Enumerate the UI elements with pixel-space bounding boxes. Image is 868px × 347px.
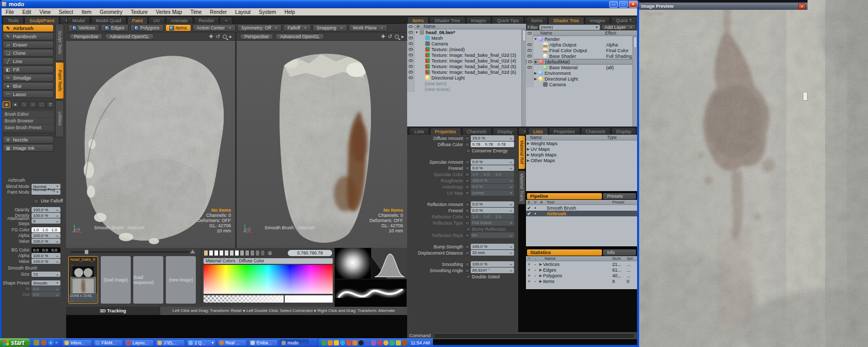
pan-icon[interactable]: ✚: [209, 34, 213, 39]
viewport-right[interactable]: Perspective Advanced OpenGL ✚ ↺ ▸ Smooth…: [237, 33, 407, 248]
thumbnail-size-slider[interactable]: [70, 251, 189, 253]
tray-icon[interactable]: [340, 340, 345, 345]
bg-value-field[interactable]: 100.0 %: [32, 259, 60, 264]
preview-scrollbar-thumb[interactable]: [803, 92, 808, 101]
quick-launch-icon-2[interactable]: [41, 340, 47, 345]
start-button[interactable]: start: [0, 338, 30, 347]
tab-utilities[interactable]: Utilities: [55, 100, 64, 137]
taskbar-task-inbox[interactable]: Inbox...: [63, 339, 92, 346]
channel-toggle[interactable]: [465, 233, 470, 238]
image-ink-button[interactable]: ▦Image Ink: [3, 144, 54, 152]
quick-launch-icon-1[interactable]: [34, 340, 39, 345]
new-item-row[interactable]: (new item): [407, 81, 526, 86]
specular-color-field[interactable]: 1.0 1.0 1.0: [471, 171, 514, 177]
tray-icon[interactable]: [352, 340, 358, 345]
load-image-cell[interactable]: (load image): [101, 256, 131, 304]
tray-icon[interactable]: [383, 340, 389, 345]
brush-browser-link[interactable]: Brush Browser: [3, 118, 54, 124]
swatch[interactable]: [250, 250, 255, 256]
fill-tool-button[interactable]: ◧Fill: [3, 66, 54, 73]
rotate-icon[interactable]: ↺: [216, 34, 220, 39]
attenuation-steps-field[interactable]: 0: [32, 218, 60, 224]
shader-scrollbar[interactable]: [632, 36, 637, 127]
remove-button[interactable]: -: [532, 273, 538, 278]
channel-toggle[interactable]: [465, 269, 470, 273]
tray-icon[interactable]: [346, 340, 351, 345]
projection-button[interactable]: Perspective: [69, 34, 103, 40]
tab-properties[interactable]: Properties: [430, 128, 461, 135]
tab-lists-2[interactable]: Lists: [528, 128, 548, 135]
collapse-triangle-icon[interactable]: ▼: [533, 37, 538, 41]
falloff-dropdown[interactable]: Falloff▼: [283, 24, 311, 31]
paint-mode-select[interactable]: Normal Proj ...▼: [32, 190, 60, 195]
viewport-menu-arrow-icon[interactable]: ▸: [401, 34, 404, 39]
tab-model-quad[interactable]: Model Quad: [91, 17, 127, 24]
tab-animate[interactable]: Animate: [166, 17, 193, 24]
channel-toggle[interactable]: [465, 221, 470, 225]
airbrush-tool-button[interactable]: ✎Airbrush: [3, 24, 54, 32]
pipeline-row[interactable]: ✔ • Smooth Brush: [526, 205, 637, 211]
close-button[interactable]: ×: [629, 1, 638, 8]
taskbar-task-modo[interactable]: modo: [280, 339, 309, 346]
viewport-menu-arrow-icon[interactable]: ▸: [229, 34, 232, 39]
pipeline-header[interactable]: Pipeline: [527, 193, 602, 199]
zoom-icon[interactable]: [223, 35, 227, 39]
tray-icon[interactable]: [396, 340, 401, 345]
reflection-rays-field[interactable]: 64: [471, 232, 514, 238]
eraser-tool-button[interactable]: ▱Eraser: [3, 41, 54, 49]
collapse-triangle-icon[interactable]: ▶: [538, 274, 543, 278]
shader-row-selected[interactable]: ▶(defaultMat): [526, 59, 637, 65]
shader-row[interactable]: Camera: [526, 82, 637, 87]
statistics-row[interactable]: +-▶Items80: [526, 278, 637, 284]
specular-amount-field[interactable]: 0.0 %: [471, 159, 514, 165]
new-scene-row[interactable]: (new scene): [407, 86, 526, 92]
value-slider-marker[interactable]: [284, 295, 285, 303]
collapse-triangle-icon[interactable]: ▶: [538, 279, 543, 283]
add-button[interactable]: +: [526, 262, 532, 267]
text-tip-button[interactable]: T: [47, 101, 54, 108]
zoom-icon[interactable]: [395, 35, 399, 39]
shape-preset-select[interactable]: Smooth▼: [32, 280, 60, 286]
vertices-mode-button[interactable]: Vertices: [68, 24, 99, 31]
item-row[interactable]: Texture: Image: head_bake_final_02d (3): [407, 52, 526, 58]
tab-display[interactable]: Display: [492, 128, 518, 135]
shader-row[interactable]: ▶Directional Light: [526, 76, 637, 82]
smudge-tool-button[interactable]: ✑Smudge: [3, 74, 54, 82]
menu-file[interactable]: File: [2, 9, 18, 15]
projection-button[interactable]: Perspective: [240, 34, 273, 40]
tab-shader-tree-2[interactable]: Shader Tree: [548, 17, 584, 24]
diffuse-color-field[interactable]: 0.78 0.78 0.78: [471, 141, 514, 147]
collapse-triangle-icon[interactable]: ▶: [538, 262, 543, 266]
tab-material-ref[interactable]: Material Ref: [518, 135, 525, 169]
swatch[interactable]: [260, 250, 265, 256]
opacity-field[interactable]: 100.0 %: [32, 207, 60, 212]
menu-select[interactable]: Select: [55, 9, 78, 15]
channel-toggle[interactable]: [465, 215, 470, 219]
load-sequence-cell[interactable]: (load sequence): [133, 256, 163, 304]
taskbar-task-filemaker[interactable]: FileM...: [94, 339, 123, 346]
pipeline-row-selected[interactable]: ✔ • Airbrush: [526, 211, 637, 216]
tab-uv[interactable]: UV: [148, 17, 165, 24]
collapse-triangle-icon[interactable]: ▶: [526, 141, 531, 146]
menu-geometry[interactable]: Geometry: [96, 9, 127, 15]
channel-toggle[interactable]: [465, 191, 470, 195]
uv-map-select[interactable]: (none)▼: [471, 190, 514, 196]
menu-help[interactable]: Help: [280, 9, 299, 15]
menu-system[interactable]: System: [255, 9, 280, 15]
blur-tool-button[interactable]: ●Blur: [3, 82, 54, 90]
shader-row[interactable]: Base Material(all): [526, 65, 637, 70]
list-row[interactable]: ▶Other Maps: [526, 157, 637, 163]
items-scrollbar[interactable]: [521, 29, 526, 127]
item-row[interactable]: Directional Light: [407, 75, 526, 81]
tab-add-mode[interactable]: +: [220, 17, 233, 24]
rotate-icon[interactable]: ↺: [388, 34, 392, 39]
channel-toggle[interactable]: [465, 172, 470, 177]
tab-sculpt-tools[interactable]: Sculpt Tools: [55, 24, 64, 61]
collapse-triangle-icon[interactable]: ▶: [526, 147, 531, 151]
channel-toggle[interactable]: [465, 202, 470, 207]
remove-button[interactable]: -: [532, 279, 538, 284]
statistics-header[interactable]: Statistics: [527, 249, 602, 256]
shader-row[interactable]: ▶Environment: [526, 70, 637, 76]
color-value-field[interactable]: 0.780.780.78: [288, 250, 332, 256]
list-row[interactable]: ▶Morph Maps: [526, 152, 637, 157]
